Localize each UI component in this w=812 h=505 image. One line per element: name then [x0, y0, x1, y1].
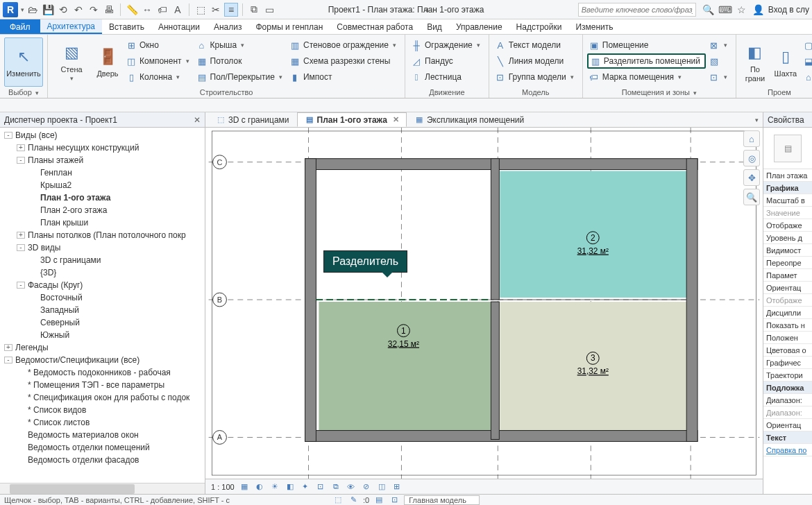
worksets-icon[interactable]: ✎ — [348, 495, 359, 506]
tree-toggle-icon[interactable]: + — [17, 144, 25, 151]
tree-node[interactable]: -Виды (все) — [0, 129, 205, 142]
ext3[interactable]: ⊡▾ — [707, 69, 731, 85]
app-logo[interactable]: R — [3, 2, 18, 17]
tree-node[interactable]: * Список листов — [0, 416, 205, 429]
tree-node[interactable]: * Спецификация окон для работы с подок — [0, 391, 205, 404]
menu-massing[interactable]: Формы и генплан — [248, 19, 330, 34]
prop-row[interactable]: Видимост — [763, 244, 812, 257]
ramp-button[interactable]: ◿Пандус — [409, 53, 484, 69]
view3d-icon[interactable]: ⬚ — [194, 3, 208, 17]
login-label[interactable]: Вход в слу — [768, 5, 809, 15]
wall-opening-button[interactable]: ▢ — [802, 37, 812, 53]
tree-node[interactable]: -Фасады (Круг) — [0, 279, 205, 291]
tree-toggle-icon[interactable]: + — [17, 232, 25, 239]
tree-node[interactable]: План крыши — [0, 216, 205, 229]
prop-row[interactable]: Отображе — [763, 294, 812, 307]
scale-label[interactable]: 1 : 100 — [211, 483, 235, 491]
vert-opening-button[interactable]: ⬓ — [802, 53, 812, 69]
tree-node[interactable]: * Помещения ТЭП - все параметры — [0, 379, 205, 391]
switch-win-icon[interactable]: ▭ — [262, 3, 276, 17]
floor-plan[interactable]: C B A — [205, 128, 763, 479]
scrollbar-thumb[interactable] — [10, 484, 135, 494]
tree-node[interactable]: Северный — [0, 316, 205, 329]
tree-node[interactable]: Южный — [0, 329, 205, 341]
tree-node[interactable]: Западный — [0, 304, 205, 316]
close-icon[interactable]: ✕ — [194, 115, 201, 125]
tree-node[interactable]: +Легенды — [0, 341, 205, 354]
menu-insert[interactable]: Вставить — [102, 19, 151, 34]
chevron-down-icon[interactable]: ▾ — [693, 89, 697, 96]
wall-button[interactable]: ▧ Стена▾ — [52, 37, 91, 87]
tree-node[interactable]: -Планы этажей — [0, 154, 205, 166]
redo-icon[interactable]: ↷ — [87, 3, 101, 17]
menu-architecture[interactable]: Архитектура — [40, 19, 103, 34]
section-icon[interactable]: ✂ — [209, 3, 223, 17]
tree-toggle-icon[interactable]: - — [4, 132, 12, 139]
menu-analyze[interactable]: Анализ — [207, 19, 249, 34]
tree-node[interactable]: +Планы несущих конструкций — [0, 142, 205, 154]
menu-manage[interactable]: Управление — [449, 19, 509, 34]
temp-hide-icon[interactable]: ⊘ — [361, 481, 372, 493]
user-icon[interactable]: 👤 — [752, 3, 766, 17]
tree-node[interactable]: -3D виды — [0, 241, 205, 254]
stair-button[interactable]: 𓊍Лестница — [409, 69, 484, 85]
measure-icon[interactable]: 📏 — [125, 3, 139, 17]
prop-row[interactable]: Ориентац — [763, 419, 812, 431]
editable-only-icon[interactable]: ⊡ — [389, 495, 400, 506]
type-selector[interactable]: План этажа — [763, 169, 812, 182]
chevron-down-icon[interactable]: ▾ — [35, 89, 39, 96]
component-button[interactable]: ◫Компонент▾ — [124, 53, 194, 69]
menu-file[interactable]: Файл — [0, 19, 40, 34]
prop-row[interactable]: Уровень д — [763, 232, 812, 244]
save-icon[interactable]: 💾 — [41, 3, 55, 17]
modify-button[interactable]: ↖ Изменить — [4, 37, 43, 87]
roof-button[interactable]: ⌂Крыша▾ — [195, 37, 287, 53]
menu-view[interactable]: Вид — [420, 19, 449, 34]
tree-node[interactable]: Крыша2 — [0, 179, 205, 191]
keyword-search[interactable] — [578, 3, 696, 17]
close-inactive-icon[interactable]: ⧉ — [247, 3, 261, 17]
tree-node[interactable]: 3D с границами — [0, 254, 205, 266]
home-icon[interactable]: ⌂ — [743, 130, 760, 147]
undo-icon[interactable]: ↶ — [71, 3, 85, 17]
room-button[interactable]: ▣Помещение — [587, 37, 706, 53]
tree-node[interactable]: * Ведомость подоконников - рабочая — [0, 366, 205, 379]
prop-row[interactable]: Отображе — [763, 219, 812, 232]
menu-collab[interactable]: Совместная работа — [330, 19, 420, 34]
visual-style-icon[interactable]: ◐ — [254, 481, 265, 493]
worksharing-icon[interactable]: ⊞ — [391, 481, 403, 493]
tabs-overflow-icon[interactable]: ▾ — [755, 117, 759, 123]
tree-node[interactable]: +Планы потолков (План потолочного покр — [0, 229, 205, 241]
tab-3d[interactable]: ⬚3D с границами — [208, 112, 297, 127]
prop-row[interactable]: Диапазон: — [763, 406, 812, 419]
prop-row[interactable]: Диапазон: — [763, 394, 812, 406]
app-menu-chevron-icon[interactable]: ▾ — [21, 6, 24, 13]
tree-node[interactable]: * Список видов — [0, 404, 205, 416]
render-icon[interactable]: ✦ — [300, 481, 311, 493]
tree-toggle-icon[interactable]: - — [17, 157, 25, 164]
model-group-button[interactable]: ⊡Группа модели▾ — [493, 69, 578, 85]
door-button[interactable]: 🚪 Дверь — [92, 37, 123, 87]
main-model-combo[interactable]: Главная модель — [404, 495, 480, 505]
tab-close-icon[interactable]: ✕ — [393, 115, 399, 124]
prop-row[interactable]: Значение — [763, 207, 812, 219]
ext1[interactable]: ⊠▾ — [707, 37, 731, 53]
prop-row[interactable]: Траектори — [763, 369, 812, 382]
ceiling-button[interactable]: ▦Потолок — [195, 53, 287, 69]
sync-icon[interactable]: ⟲ — [56, 3, 70, 17]
mullion-button[interactable]: ▮Импост — [288, 69, 400, 85]
h-scrollbar[interactable] — [0, 483, 205, 494]
prop-row[interactable]: Парамет — [763, 269, 812, 282]
tree-node[interactable]: Ведомость отделки помещений — [0, 441, 205, 454]
zoom-icon[interactable]: 🔍 — [743, 189, 760, 205]
prop-row[interactable]: Цветовая о — [763, 344, 812, 357]
tab-plan1[interactable]: ▤План 1-ого этажа✕ — [297, 112, 407, 127]
tab-schedule[interactable]: ▦Экспликация помещений — [407, 112, 532, 127]
model-text-button[interactable]: AТекст модели — [493, 37, 578, 53]
crop-icon[interactable]: ⊡ — [315, 481, 326, 493]
dormer-button[interactable]: ⌂ — [802, 69, 812, 85]
column-button[interactable]: ▯Колонна▾ — [124, 69, 194, 85]
reveal-icon[interactable]: ◫ — [376, 481, 387, 493]
text-icon[interactable]: A — [171, 3, 185, 17]
favorite-icon[interactable]: ☆ — [735, 3, 749, 17]
